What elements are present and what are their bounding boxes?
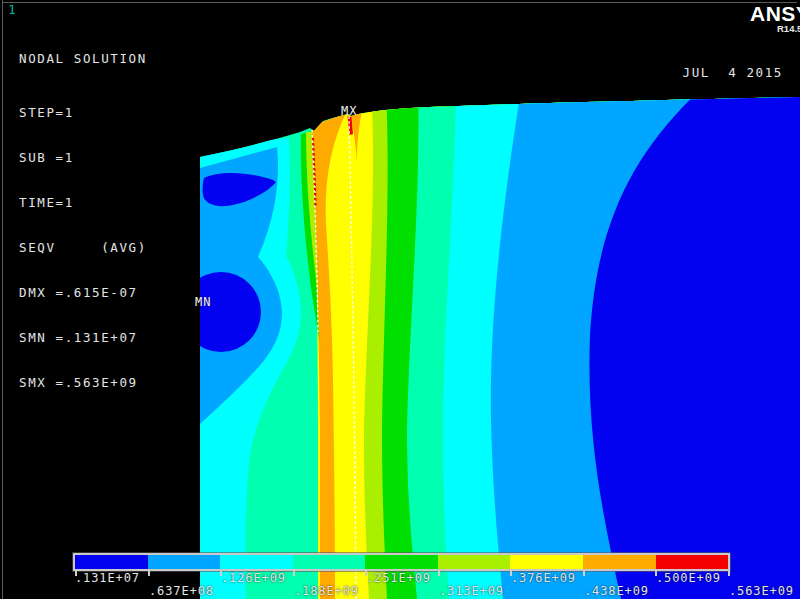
legend-segment-6 xyxy=(438,555,511,569)
legend-value: .500E+09 xyxy=(656,571,721,585)
legend-value: .126E+09 xyxy=(221,571,286,585)
legend-value: .563E+09 xyxy=(729,584,794,598)
legend-tick xyxy=(583,571,585,576)
legend-color-bar xyxy=(73,553,730,571)
legend-value: .131E+07 xyxy=(75,571,140,585)
legend-value: .251E+09 xyxy=(366,571,431,585)
legend-segment-2 xyxy=(148,555,221,569)
legend-value: .637E+08 xyxy=(149,584,214,598)
legend-segment-8 xyxy=(583,555,656,569)
legend-segment-7 xyxy=(510,555,583,569)
legend-segment-9 xyxy=(656,555,729,569)
legend-value: .438E+09 xyxy=(584,584,649,598)
legend-segment-1 xyxy=(75,555,148,569)
max-node-label: MX xyxy=(341,104,357,118)
legend-value: .376E+09 xyxy=(511,571,576,585)
legend-segment-4 xyxy=(293,555,366,569)
legend-segment-5 xyxy=(365,555,438,569)
legend-value: .188E+09 xyxy=(294,584,359,598)
legend-tick xyxy=(438,571,440,576)
legend-value: .313E+09 xyxy=(439,584,504,598)
ansys-graphics-window: 1 NODAL SOLUTION STEP=1 SUB =1 TIME=1 SE… xyxy=(0,0,800,599)
contour-min-circle xyxy=(181,272,261,352)
legend-tick xyxy=(148,571,150,576)
contour-plot-canvas[interactable] xyxy=(0,0,800,599)
legend-segment-3 xyxy=(220,555,293,569)
legend-tick xyxy=(293,571,295,576)
min-node-label: MN xyxy=(195,295,211,309)
legend-tick xyxy=(728,571,730,576)
